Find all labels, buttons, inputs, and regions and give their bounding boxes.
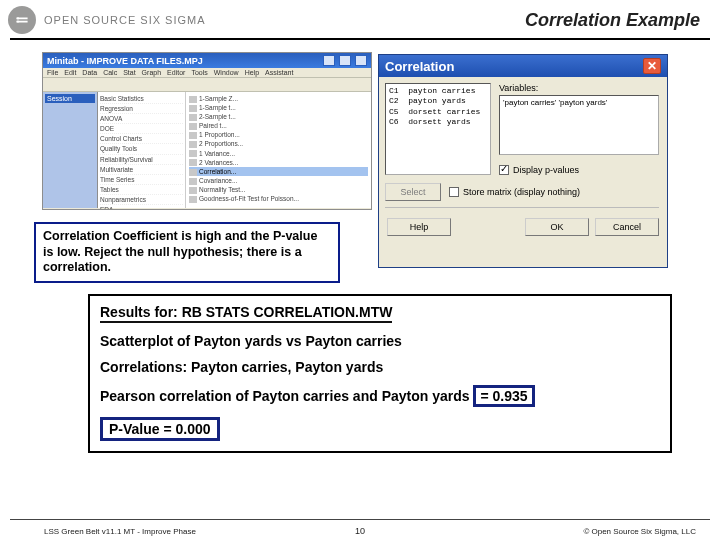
session-label: Session: [45, 94, 95, 103]
stat-item[interactable]: DOE: [100, 124, 183, 134]
menu-icon: [189, 150, 197, 157]
caption-box: Correlation Coefficient is high and the …: [34, 222, 340, 283]
p-value: P-Value = 0.000: [100, 417, 220, 441]
brand-logo-icon: [8, 6, 36, 34]
submenu-item[interactable]: 2-Sample t...: [199, 113, 236, 120]
menu-icon: [189, 132, 197, 139]
stat-item[interactable]: Basic Statistics: [100, 94, 183, 104]
menu-icon: [189, 196, 197, 203]
menu-icon: [189, 123, 197, 130]
submenu-item[interactable]: 1-Sample t...: [199, 104, 236, 111]
minimize-icon[interactable]: [323, 55, 335, 66]
dialog-titlebar: Correlation ✕: [379, 55, 667, 77]
minitab-window: Minitab - IMPROVE DATA FILES.MPJ File Ed…: [42, 52, 372, 210]
stat-item[interactable]: Nonparametrics: [100, 195, 183, 205]
menu-data[interactable]: Data: [82, 69, 97, 76]
svg-point-1: [17, 21, 19, 23]
results-pearson: Pearson correlation of Payton carries an…: [100, 385, 660, 407]
pearson-value: = 0.935: [473, 385, 534, 407]
stat-item[interactable]: Multivariate: [100, 165, 183, 175]
display-pvalues-checkbox[interactable]: [499, 165, 509, 175]
minitab-titlebar: Minitab - IMPROVE DATA FILES.MPJ: [43, 53, 371, 68]
submenu-item[interactable]: 2 Variances...: [199, 159, 238, 166]
svg-point-0: [17, 17, 19, 19]
dialog-close-button[interactable]: ✕: [643, 58, 661, 74]
variables-input[interactable]: 'payton carries' 'payton yards': [499, 95, 659, 155]
help-button[interactable]: Help: [387, 218, 451, 236]
submenu-item[interactable]: Paired t...: [199, 122, 227, 129]
submenu-item[interactable]: Normality Test...: [199, 186, 245, 193]
close-icon[interactable]: [355, 55, 367, 66]
minitab-title-text: Minitab - IMPROVE DATA FILES.MPJ: [47, 56, 319, 66]
stat-item[interactable]: Regression: [100, 104, 183, 114]
list-name[interactable]: dorsett carries: [408, 107, 480, 116]
variables-label: Variables:: [499, 83, 659, 93]
stat-item[interactable]: Quality Tools: [100, 144, 183, 154]
list-col: C2: [389, 96, 399, 105]
dialog-divider: [385, 207, 659, 208]
list-name[interactable]: payton carries: [408, 86, 475, 95]
submenu-item[interactable]: 2 Proportions...: [199, 140, 243, 147]
stat-menu-dropdown[interactable]: Basic Statistics Regression ANOVA DOE Co…: [98, 92, 186, 208]
menu-icon: [189, 96, 197, 103]
menu-icon: [189, 105, 197, 112]
stat-item[interactable]: EDA: [100, 205, 183, 210]
menu-stat[interactable]: Stat: [123, 69, 135, 76]
session-pane: Session: [43, 92, 98, 208]
submenu-item[interactable]: Goodness-of-Fit Test for Poisson...: [199, 195, 299, 202]
store-matrix-checkbox[interactable]: [449, 187, 459, 197]
maximize-icon[interactable]: [339, 55, 351, 66]
slide-header: OPEN SOURCE SIX SIGMA Correlation Exampl…: [0, 0, 720, 36]
menu-help[interactable]: Help: [245, 69, 259, 76]
list-col: C6: [389, 117, 399, 126]
footer-right: © Open Source Six Sigma, LLC: [583, 527, 696, 536]
menu-icon: [189, 114, 197, 121]
submenu-item[interactable]: 1 Variance...: [199, 150, 235, 157]
menu-calc[interactable]: Calc: [103, 69, 117, 76]
results-correlations: Correlations: Payton carries, Payton yar…: [100, 359, 660, 375]
columns-listbox[interactable]: C1 payton carries C2 payton yards C5 dor…: [385, 83, 491, 175]
submenu-item[interactable]: 1-Sample Z...: [199, 95, 238, 102]
store-matrix-label: Store matrix (display nothing): [463, 187, 580, 197]
submenu-item[interactable]: Covariance...: [199, 177, 237, 184]
list-name[interactable]: dorsett yards: [408, 117, 470, 126]
list-col: C5: [389, 107, 399, 116]
menu-graph[interactable]: Graph: [142, 69, 161, 76]
brand-text-2: SIX SIGMA: [140, 14, 205, 26]
menu-editor[interactable]: Editor: [167, 69, 185, 76]
stat-submenu[interactable]: 1-Sample Z... 1-Sample t... 2-Sample t..…: [186, 92, 371, 208]
dialog-title-text: Correlation: [385, 59, 643, 74]
list-name[interactable]: payton yards: [408, 96, 466, 105]
select-button[interactable]: Select: [385, 183, 441, 201]
menu-window[interactable]: Window: [214, 69, 239, 76]
submenu-item[interactable]: 1 Proportion...: [199, 131, 240, 138]
results-scatterplot: Scatterplot of Payton yards vs Payton ca…: [100, 333, 660, 349]
submenu-item-correlation[interactable]: Correlation...: [199, 168, 236, 175]
minitab-toolbar: [43, 78, 371, 92]
minitab-menubar[interactable]: File Edit Data Calc Stat Graph Editor To…: [43, 68, 371, 78]
menu-icon: [189, 159, 197, 166]
stat-item[interactable]: Time Series: [100, 175, 183, 185]
menu-file[interactable]: File: [47, 69, 58, 76]
stat-item[interactable]: Tables: [100, 185, 183, 195]
menu-icon: [189, 141, 197, 148]
results-file: Results for: RB STATS CORRELATION.MTW: [100, 304, 392, 323]
results-box: Results for: RB STATS CORRELATION.MTW Sc…: [88, 294, 672, 453]
brand-text-1: OPEN SOURCE: [44, 14, 136, 26]
menu-icon: [189, 169, 197, 176]
header-divider: [10, 38, 710, 40]
footer-divider: [10, 519, 710, 520]
stat-item[interactable]: Reliability/Survival: [100, 155, 183, 165]
correlation-dialog: Correlation ✕ C1 payton carries C2 payto…: [378, 54, 668, 268]
menu-assistant[interactable]: Assistant: [265, 69, 293, 76]
stat-item[interactable]: ANOVA: [100, 114, 183, 124]
menu-tools[interactable]: Tools: [191, 69, 207, 76]
list-col: C1: [389, 86, 399, 95]
stat-item[interactable]: Control Charts: [100, 134, 183, 144]
menu-edit[interactable]: Edit: [64, 69, 76, 76]
ok-button[interactable]: OK: [525, 218, 589, 236]
cancel-button[interactable]: Cancel: [595, 218, 659, 236]
slide-title: Correlation Example: [525, 10, 700, 31]
menu-icon: [189, 178, 197, 185]
pearson-text: Pearson correlation of Payton carries an…: [100, 388, 473, 404]
